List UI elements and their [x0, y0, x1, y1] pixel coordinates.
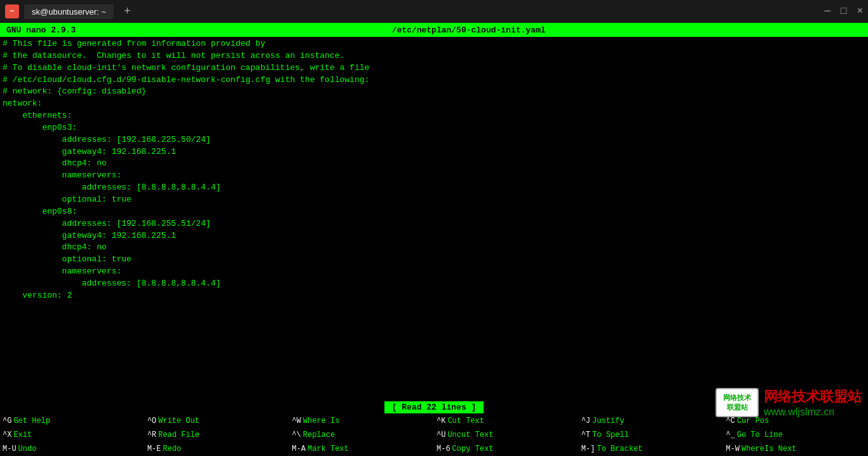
shortcut-item[interactable]: ^RRead File: [145, 428, 290, 442]
shortcut-item[interactable]: ^UUncut Text: [434, 428, 579, 442]
shortcut-key: ^_: [726, 431, 735, 439]
editor-line: addresses: [8.8.8.8,8.8.4.4]: [3, 182, 865, 194]
shortcut-item[interactable]: ^JJustify: [579, 414, 724, 428]
shortcut-label: Get Help: [13, 417, 50, 425]
editor-line: nameservers:: [3, 266, 865, 278]
shortcut-item[interactable]: ^XExit: [0, 428, 145, 442]
shortcut-key: ^K: [437, 417, 445, 425]
nano-filename: /etc/netplan/50-cloud-init.yaml: [76, 25, 862, 35]
shortcut-label: Mark Text: [308, 445, 349, 453]
window-controls: ─ □ ×: [824, 6, 863, 17]
shortcut-label: Justify: [592, 417, 624, 425]
watermark-box: 网络技术联盟站: [715, 388, 759, 417]
shortcut-item[interactable]: M-ERedo: [145, 442, 290, 456]
nano-version: GNU nano 2.9.3: [6, 25, 76, 35]
watermark-url: www.wljslmz.cn: [764, 406, 834, 418]
shortcut-key: M-A: [292, 445, 306, 453]
status-message: [ Read 22 lines ]: [384, 401, 484, 413]
shortcut-label: To Spell: [592, 431, 629, 439]
shortcut-item[interactable]: ^OWrite Out: [145, 414, 290, 428]
editor-line: version: 2: [3, 290, 865, 302]
shortcut-key: ^X: [3, 431, 11, 439]
editor-line: # To disable cloud-init's network config…: [3, 62, 865, 74]
minimize-button[interactable]: ─: [824, 6, 831, 17]
shortcut-label: Write Out: [158, 417, 200, 425]
shortcut-item[interactable]: M-AMark Text: [289, 442, 434, 456]
maximize-button[interactable]: □: [841, 6, 847, 17]
shortcut-label: To Bracket: [597, 445, 642, 453]
shortcut-item[interactable]: ^\Replace: [289, 428, 434, 442]
editor-line: addresses: [192.168.255.51/24]: [3, 218, 865, 230]
terminal-tab[interactable]: sk@ubuntuserver: ~: [24, 4, 114, 19]
shortcut-label: Redo: [163, 445, 181, 453]
shortcut-item[interactable]: M-6Copy Text: [434, 442, 579, 456]
shortcut-key: ^U: [437, 431, 445, 439]
shortcut-item[interactable]: ^WWhere Is: [289, 414, 434, 428]
shortcut-key: ^R: [147, 431, 156, 439]
shortcut-item[interactable]: ^KCut Text: [434, 414, 579, 428]
shortcut-label: Go To Line: [737, 431, 783, 439]
watermark-text-area: 网络技术联盟站 www.wljslmz.cn: [764, 387, 862, 418]
editor-line: # network: {config: disabled}: [3, 86, 865, 98]
shortcut-item[interactable]: ^GGet Help: [0, 414, 145, 428]
editor-line: gateway4: 192.168.225.1: [3, 146, 865, 158]
shortcut-label: Cur Pos: [737, 417, 769, 425]
shortcut-key: M-6: [437, 445, 451, 453]
shortcut-key: M-]: [581, 445, 595, 453]
shortcut-key: ^J: [581, 417, 590, 425]
editor-line: optional: true: [3, 254, 865, 266]
shortcut-key: ^C: [726, 417, 735, 425]
editor-line: dhcp4: no: [3, 158, 865, 170]
titlebar: ~ sk@ubuntuserver: ~ + ─ □ ×: [0, 0, 868, 23]
editor-line: enp0s8:: [3, 206, 865, 218]
watermark-title: 网络技术联盟站: [764, 387, 862, 406]
shortcut-item[interactable]: M-]To Bracket: [579, 442, 724, 456]
shortcut-label: Copy Text: [452, 445, 494, 453]
terminal-icon: ~: [5, 4, 19, 18]
shortcut-item[interactable]: M-UUndo: [0, 442, 145, 456]
shortcut-key: M-U: [3, 445, 17, 453]
editor-line: addresses: [8.8.8.8,8.8.4.4]: [3, 278, 865, 290]
new-tab-button[interactable]: +: [119, 5, 136, 18]
editor-line: enp0s3:: [3, 122, 865, 134]
shortcuts-bar: ^GGet Help^OWrite Out^WWhere Is^KCut Tex…: [0, 414, 868, 456]
shortcut-item[interactable]: ^_Go To Line: [723, 428, 868, 442]
editor-line: # /etc/cloud/cloud.cfg.d/99-disable-netw…: [3, 74, 865, 86]
shortcut-label: Undo: [18, 445, 37, 453]
shortcut-label: Read File: [158, 431, 200, 439]
editor-line: addresses: [192.168.225.50/24]: [3, 134, 865, 146]
shortcut-label: Uncut Text: [447, 431, 493, 439]
shortcut-label: Exit: [13, 431, 32, 439]
shortcut-key: ^T: [581, 431, 590, 439]
editor-line: network:: [3, 98, 865, 110]
shortcut-item[interactable]: M-WWhereIs Next: [723, 442, 868, 456]
watermark-box-text: 网络技术联盟站: [723, 393, 751, 412]
editor-line: gateway4: 192.168.225.1: [3, 230, 865, 242]
watermark-overlay: 网络技术联盟站 网络技术联盟站 www.wljslmz.cn: [715, 387, 862, 418]
editor-area[interactable]: # This file is generated from informatio…: [0, 37, 868, 414]
shortcut-label: Cut Text: [447, 417, 484, 425]
shortcut-key: ^G: [3, 417, 11, 425]
editor-line: # the datasource. Changes to it will not…: [3, 50, 865, 62]
shortcut-key: ^W: [292, 417, 301, 425]
shortcut-key: M-E: [147, 445, 161, 453]
shortcut-label: Where Is: [303, 417, 340, 425]
shortcut-key: ^O: [147, 417, 156, 425]
shortcut-label: Replace: [303, 431, 335, 439]
editor-line: # This file is generated from informatio…: [3, 38, 865, 50]
editor-line: optional: true: [3, 194, 865, 206]
editor-line: ethernets:: [3, 110, 865, 122]
editor-line: nameservers:: [3, 170, 865, 182]
shortcut-key: M-W: [726, 445, 740, 453]
shortcut-label: WhereIs Next: [742, 445, 796, 453]
editor-line: dhcp4: no: [3, 242, 865, 254]
shortcut-key: ^\: [292, 431, 301, 439]
shortcut-item[interactable]: ^TTo Spell: [579, 428, 724, 442]
close-button[interactable]: ×: [857, 6, 863, 17]
nano-header-bar: GNU nano 2.9.3 /etc/netplan/50-cloud-ini…: [0, 23, 868, 37]
